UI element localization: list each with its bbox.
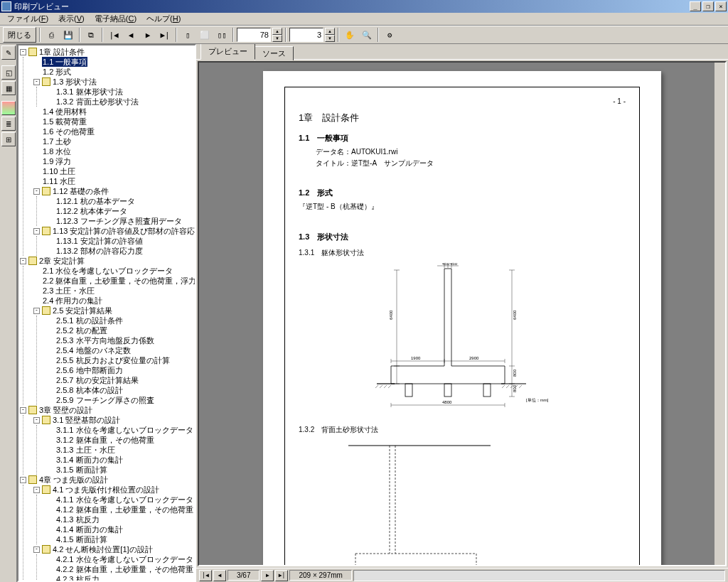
tree-item[interactable]: 3.1.3 土圧・水圧: [47, 445, 193, 455]
tree-item-label[interactable]: 2.5.4 地盤のバネ定数: [55, 345, 132, 355]
tree-item-label[interactable]: 1.13.2 部材の許容応力度: [55, 246, 144, 256]
zoom-width-button[interactable]: ⬜: [197, 27, 213, 43]
tree-item-label[interactable]: 1.12.2 杭本体データ: [55, 206, 128, 216]
tree-item[interactable]: -4章 つま先版の設計: [20, 475, 193, 485]
page-down-button[interactable]: ▼: [325, 35, 335, 42]
tree-item-label[interactable]: 3.1.4 断面力の集計: [55, 455, 124, 465]
tree-item[interactable]: 1.12.1 杭の基本データ: [47, 196, 193, 206]
zoom-fit-button[interactable]: ▯: [180, 27, 196, 43]
tree-item[interactable]: 3.1.5 断面計算: [47, 465, 193, 475]
preview-area[interactable]: - 1 - 1章 設計条件 1.1 一般事項 データ名：AUTOKUI1.rwi…: [198, 61, 727, 566]
tree-item-label[interactable]: 4.1 つま先版付け根位置の設計: [52, 485, 160, 495]
tree-item-label[interactable]: 1.5 載荷荷重: [42, 117, 87, 126]
copy-button[interactable]: ⧉: [83, 27, 99, 43]
tree-item[interactable]: -4.2 せん断検討位置[1]の設計: [33, 544, 193, 554]
tree-item[interactable]: -1.3 形状寸法: [33, 77, 193, 87]
tree-item[interactable]: 1.3.2 背面土砂形状寸法: [47, 97, 193, 107]
tree-item[interactable]: 2.5.8 杭本体の設計: [47, 385, 193, 395]
tree-item-label[interactable]: 2.5.5 杭反力および変位量の計算: [55, 355, 171, 365]
status-first-button[interactable]: |◀: [199, 570, 212, 581]
tree-item-label[interactable]: 4.2.1 水位を考慮しないブロックデータ: [55, 554, 194, 564]
tree-item-label[interactable]: 3.1.2 躯体自重，その他荷重: [55, 435, 155, 445]
search-button[interactable]: 🔍: [359, 27, 375, 43]
tree-item-label[interactable]: 2.5.7 杭の安定計算結果: [55, 375, 139, 385]
tree-item-label[interactable]: 1.8 水位: [42, 146, 72, 156]
tree-item[interactable]: 1.12.3 フーチング厚さ照査用データ: [47, 216, 193, 226]
tool-edit-button[interactable]: ✎: [1, 45, 16, 60]
tree-item[interactable]: 1.11 水圧: [33, 176, 193, 186]
tree-item-label[interactable]: 1.3.2 背面土砂形状寸法: [55, 97, 139, 107]
tree-expand-icon[interactable]: -: [20, 258, 26, 264]
zoom-down-button[interactable]: ▼: [272, 35, 282, 42]
tree-item[interactable]: 2.5.6 地中部断面力: [47, 365, 193, 375]
tree-item-label[interactable]: 1章 設計条件: [38, 47, 85, 57]
tree-item[interactable]: 1.7 土砂: [33, 136, 193, 146]
tree-item-label[interactable]: 1.3 形状寸法: [52, 77, 97, 87]
tree-item[interactable]: -3.1 竪壁基部の設計: [33, 415, 193, 425]
tree-expand-icon[interactable]: -: [20, 49, 26, 55]
tree-item-label[interactable]: 4.1.2 躯体自重，土砂重量，その他荷重，浮力: [55, 505, 196, 514]
tree-item-label[interactable]: 2.3 土圧・水圧: [42, 286, 95, 296]
tree-item-label[interactable]: 2.2 躯体自重，土砂重量，その他荷重，浮力: [42, 276, 196, 286]
tree-item-label[interactable]: 2.5 安定計算結果: [52, 306, 113, 316]
tree-item-label[interactable]: 4.1.4 断面力の集計: [55, 524, 124, 534]
tree-item-label[interactable]: 1.13 安定計算の許容値及び部材の許容応力度: [52, 226, 196, 236]
tree-item[interactable]: 2.5.7 杭の安定計算結果: [47, 375, 193, 385]
print-button[interactable]: ⎙: [43, 27, 59, 43]
tree-item[interactable]: 2.5.4 地盤のバネ定数: [47, 345, 193, 355]
close-button[interactable]: ×: [715, 1, 727, 11]
nav-first-button[interactable]: |◀: [106, 27, 122, 43]
tree-item[interactable]: 4.2.2 躯体自重，土砂重量，その他荷重，浮力: [47, 564, 193, 574]
tool-color-button[interactable]: [1, 101, 16, 115]
tree-item-label[interactable]: 4.2.3 杭反力: [55, 574, 100, 582]
tree-item[interactable]: 4.1.1 水位を考慮しないブロックデータ: [47, 495, 193, 505]
tree-item-label[interactable]: 4.1.1 水位を考慮しないブロックデータ: [55, 495, 194, 505]
tree-item[interactable]: 2.5.9 フーチング厚さの照査: [47, 395, 193, 405]
tree-item[interactable]: 3.1.1 水位を考慮しないブロックデータ: [47, 425, 193, 435]
nav-last-button[interactable]: ▶|: [157, 27, 173, 43]
tree-item[interactable]: 1.1 一般事項: [33, 57, 193, 67]
tree-item[interactable]: 2.5.1 杭の設計条件: [47, 316, 193, 325]
tree-item-label[interactable]: 2.1 水位を考慮しないブロックデータ: [42, 266, 173, 276]
tree-item[interactable]: 2.5.2 杭の配置: [47, 325, 193, 335]
tree-item-label[interactable]: 1.2 形式: [42, 67, 72, 77]
tree-item[interactable]: 1.10 土圧: [33, 166, 193, 176]
save-button[interactable]: 💾: [60, 27, 76, 43]
tree-expand-icon[interactable]: -: [20, 477, 26, 483]
close-preview-button[interactable]: 閉じる: [3, 27, 36, 43]
tree-item[interactable]: 4.1.2 躯体自重，土砂重量，その他荷重，浮力: [47, 505, 193, 514]
tree-item-label[interactable]: 2章 安定計算: [38, 256, 85, 266]
tree-item-label[interactable]: 2.5.6 地中部断面力: [55, 365, 124, 375]
tree-item[interactable]: 3.1.2 躯体自重，その他荷重: [47, 435, 193, 445]
tab-source[interactable]: ソース: [255, 46, 294, 60]
tree-item[interactable]: 1.4 使用材料: [33, 107, 193, 117]
tree-item-label[interactable]: 3章 竪壁の設計: [38, 405, 93, 415]
tree-item-label[interactable]: 1.12 基礎の条件: [52, 186, 109, 196]
status-prev-button[interactable]: ◀: [213, 570, 226, 581]
tree-item[interactable]: 4.1.4 断面力の集計: [47, 524, 193, 534]
tree-item-label[interactable]: 2.5.9 フーチング厚さの照査: [55, 395, 155, 405]
tree-expand-icon[interactable]: -: [33, 308, 40, 314]
page-number-input[interactable]: [289, 28, 323, 42]
tree-item[interactable]: 1.13.1 安定計算の許容値: [47, 236, 193, 246]
tree-item[interactable]: 2.1 水位を考慮しないブロックデータ: [33, 266, 193, 276]
tree-item-label[interactable]: 1.10 土圧: [42, 166, 76, 176]
tree-item-label[interactable]: 4.1.3 杭反力: [55, 514, 100, 524]
tree-expand-icon[interactable]: -: [33, 228, 40, 235]
nav-prev-button[interactable]: ◀: [123, 27, 139, 43]
tree-item-label[interactable]: 1.12.3 フーチング厚さ照査用データ: [55, 216, 183, 226]
tree-item[interactable]: -4.1 つま先版付け根位置の設計: [33, 485, 193, 495]
tree-item[interactable]: 2.4 作用力の集計: [33, 296, 193, 306]
tree-expand-icon[interactable]: -: [33, 188, 40, 195]
tree-item[interactable]: -1.13 安定計算の許容値及び部材の許容応力度: [33, 226, 193, 236]
minimize-button[interactable]: _: [690, 1, 701, 11]
tree-item-label[interactable]: 3.1.3 土圧・水圧: [55, 445, 116, 455]
tree-item-label[interactable]: 3.1.1 水位を考慮しないブロックデータ: [55, 425, 194, 435]
tree-item[interactable]: 4.2.1 水位を考慮しないブロックデータ: [47, 554, 193, 564]
vertical-scrollbar[interactable]: [714, 63, 725, 565]
tree-item-label[interactable]: 4章 つま先版の設計: [38, 475, 109, 485]
tree-item[interactable]: -2章 安定計算: [20, 256, 193, 266]
tree-item[interactable]: -3章 竪壁の設計: [20, 405, 193, 415]
tree-item[interactable]: 4.1.5 断面計算: [47, 534, 193, 544]
status-next-button[interactable]: ▶: [261, 570, 274, 581]
